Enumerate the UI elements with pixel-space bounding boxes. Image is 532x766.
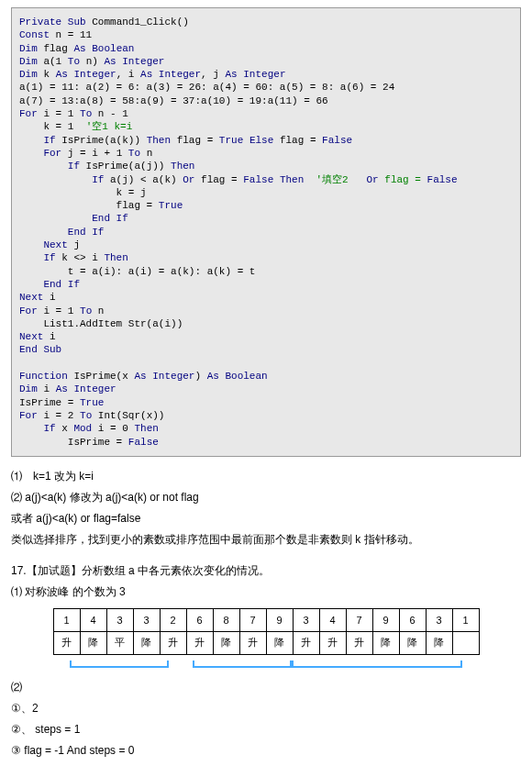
bracket-2 bbox=[193, 661, 292, 668]
answer-3: 类似选择排序，找到更小的素数或排序范围中最前面那个数是非素数则 k 指针移动。 bbox=[11, 531, 521, 549]
cell: 升 bbox=[293, 631, 319, 654]
answer-2: ⑵ a(j)<a(k) 修改为 a(j)<a(k) or not flag bbox=[11, 489, 521, 506]
bracket-3 bbox=[292, 661, 462, 668]
cell: 升 bbox=[319, 631, 346, 654]
cell: 平 bbox=[106, 631, 133, 654]
cell: 6 bbox=[399, 608, 426, 631]
cell: 升 bbox=[346, 631, 372, 654]
q17-sub1: ⑴ 对称波峰 的个数为 3 bbox=[11, 583, 521, 601]
cell: 降 bbox=[399, 631, 426, 654]
cell: 4 bbox=[319, 608, 346, 631]
cell: 2 bbox=[160, 608, 186, 631]
bracket-row bbox=[11, 661, 521, 668]
code-block: Private Sub Command1_Click() Const n = 1… bbox=[11, 7, 521, 457]
cell bbox=[452, 631, 479, 654]
cell: 4 bbox=[80, 608, 106, 631]
cell: 1 bbox=[452, 608, 479, 631]
part2-0: ⑵ bbox=[11, 679, 521, 696]
cell: 升 bbox=[186, 631, 213, 654]
bracket-1 bbox=[70, 661, 169, 668]
data-table: 1433268793479631升降平降升升降升降升升升降降降 bbox=[53, 608, 480, 655]
cell: 6 bbox=[186, 608, 213, 631]
cell: 升 bbox=[160, 631, 186, 654]
cell: 7 bbox=[346, 608, 372, 631]
q17-title: 17.【加试题】分析数组 a 中各元素依次变化的情况。 bbox=[11, 562, 521, 580]
answer-2b: 或者 a(j)<a(k) or flag=false bbox=[11, 510, 521, 527]
cell: 降 bbox=[426, 631, 452, 654]
cell: 3 bbox=[426, 608, 452, 631]
cell: 降 bbox=[213, 631, 239, 654]
part2-3: ③ flag = -1 And steps = 0 bbox=[11, 742, 521, 760]
cell: 3 bbox=[106, 608, 133, 631]
part2-1: ①、2 bbox=[11, 700, 521, 717]
part2-2: ②、 steps = 1 bbox=[11, 721, 521, 738]
cell: 3 bbox=[133, 608, 160, 631]
cell: 降 bbox=[80, 631, 106, 654]
cell: 9 bbox=[372, 608, 399, 631]
cell: 7 bbox=[239, 608, 266, 631]
cell: 3 bbox=[293, 608, 319, 631]
cell: 8 bbox=[213, 608, 239, 631]
cell: 9 bbox=[266, 608, 293, 631]
answer-1: ⑴ k=1 改为 k=i bbox=[11, 468, 521, 485]
cell: 降 bbox=[372, 631, 399, 654]
cell: 升 bbox=[53, 631, 80, 654]
cell: 升 bbox=[239, 631, 266, 654]
cell: 降 bbox=[266, 631, 293, 654]
cell: 1 bbox=[53, 608, 80, 631]
cell: 降 bbox=[133, 631, 160, 654]
